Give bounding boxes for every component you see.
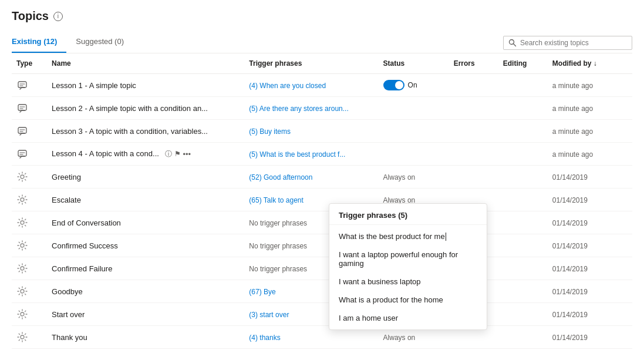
trigger-link[interactable]: (4) thanks xyxy=(249,334,280,342)
table-row: Lesson 3 - A topic with a condition, var… xyxy=(12,120,632,143)
cell-type xyxy=(12,280,47,303)
table-container: Type Name Trigger phrases Status Errors … xyxy=(12,53,632,349)
cell-type xyxy=(12,143,47,166)
topic-name: Confirmed Failure xyxy=(52,264,112,273)
trigger-link[interactable]: (5) Are there any stores aroun... xyxy=(249,105,348,113)
trigger-link[interactable]: (65) Talk to agent xyxy=(249,196,304,204)
tab-suggested[interactable]: Suggested (0) xyxy=(76,32,133,53)
no-trigger-text: No trigger phrases xyxy=(249,242,307,250)
cell-type xyxy=(12,74,47,97)
cell-name: Lesson 4 - A topic with a cond... ⓘ ⚑ ••… xyxy=(47,143,244,166)
status-toggle[interactable] xyxy=(383,80,404,90)
popup-item[interactable]: I am a home user xyxy=(329,309,487,327)
page-title: Topics xyxy=(12,9,49,23)
system-icon xyxy=(16,331,28,343)
modified-value: 01/14/2019 xyxy=(552,265,588,273)
trigger-link[interactable]: (67) Bye xyxy=(249,288,275,296)
search-input[interactable] xyxy=(520,39,627,47)
col-errors: Errors xyxy=(449,53,498,74)
col-name: Name xyxy=(47,53,244,74)
popup-item[interactable]: What is a product for the home xyxy=(329,291,487,309)
trigger-link[interactable]: (52) Good afternoon xyxy=(249,173,312,181)
svg-point-18 xyxy=(21,267,24,270)
cell-editing xyxy=(498,326,548,349)
modified-value: 01/14/2019 xyxy=(552,288,588,296)
cell-type xyxy=(12,166,47,189)
system-icon xyxy=(16,194,28,206)
cell-name: Escalate xyxy=(47,189,244,211)
lesson-icon xyxy=(16,102,28,114)
modified-value: 01/14/2019 xyxy=(552,334,588,342)
cell-errors xyxy=(449,74,498,97)
trigger-link[interactable]: (4) When are you closed xyxy=(249,82,326,90)
cell-editing xyxy=(498,120,548,143)
table-row: Escalate(65) Talk to agentAlways on01/14… xyxy=(12,189,632,211)
page-container: Topics i Existing (12) Suggested (0) Typ… xyxy=(0,0,644,358)
table-row: Confirmed SuccessNo trigger phrasesAlway… xyxy=(12,234,632,257)
cell-modified: 01/14/2019 xyxy=(548,234,632,257)
svg-rect-11 xyxy=(18,150,26,156)
cell-modified: 01/14/2019 xyxy=(548,166,632,189)
cell-errors xyxy=(449,166,498,189)
cell-name: Lesson 3 - A topic with a condition, var… xyxy=(47,120,244,143)
popup-item[interactable]: I want a business laptop xyxy=(329,272,487,291)
more-icon[interactable]: ••• xyxy=(183,150,191,159)
cell-editing xyxy=(498,143,548,166)
system-icon xyxy=(16,263,28,274)
trigger-link[interactable]: (5) What is the best product f... xyxy=(249,150,345,159)
info-icon[interactable]: i xyxy=(53,12,63,21)
no-trigger-text: No trigger phrases xyxy=(249,219,307,227)
table-row: Start over(3) start overAlways on01/14/2… xyxy=(12,303,632,326)
modified-value: 01/14/2019 xyxy=(552,173,588,181)
cell-modified: 01/14/2019 xyxy=(548,303,632,326)
table-row: Goodbye(67) ByeAlways on01/14/2019 xyxy=(12,280,632,303)
cell-type xyxy=(12,303,47,326)
cell-type xyxy=(12,257,47,280)
trigger-link[interactable]: (5) Buy items xyxy=(249,127,291,136)
table-row: Thank you(4) thanksAlways on01/14/2019 xyxy=(12,326,632,349)
topics-table: Type Name Trigger phrases Status Errors … xyxy=(12,53,632,349)
cell-status xyxy=(379,120,449,143)
popup-item[interactable]: What is the best product for me xyxy=(329,227,487,245)
tab-existing[interactable]: Existing (12) xyxy=(12,32,66,53)
search-icon xyxy=(508,39,517,47)
cell-trigger: (52) Good afternoon xyxy=(244,166,378,189)
svg-point-14 xyxy=(21,175,24,179)
cell-type xyxy=(12,326,47,349)
table-row: Confirmed FailureNo trigger phrasesAlway… xyxy=(12,257,632,280)
cell-type xyxy=(12,211,47,234)
lesson-icon xyxy=(16,125,28,137)
cell-trigger: (5) Are there any stores aroun... xyxy=(244,97,378,120)
cell-name: Confirmed Success xyxy=(47,234,244,257)
trigger-link[interactable]: (3) start over xyxy=(249,311,289,319)
system-icon xyxy=(16,285,28,297)
tabs-left: Existing (12) Suggested (0) xyxy=(12,32,143,53)
info-action-icon[interactable]: ⓘ xyxy=(165,149,172,159)
svg-point-20 xyxy=(21,312,24,316)
bookmark-icon[interactable]: ⚑ xyxy=(174,150,181,158)
modified-value: 01/14/2019 xyxy=(552,311,588,319)
status-toggle-container: On xyxy=(383,80,444,90)
popup-card: Trigger phrases (5) What is the best pro… xyxy=(329,203,487,330)
popup-title: Trigger phrases (5) xyxy=(329,204,487,225)
system-icon xyxy=(16,217,28,228)
topic-name: Lesson 4 - A topic with a cond... xyxy=(52,149,159,158)
cell-type xyxy=(12,97,47,120)
popup-item[interactable]: I want a laptop powerful enough for gami… xyxy=(329,245,487,272)
cell-errors xyxy=(449,143,498,166)
lesson-icon xyxy=(16,148,28,160)
topic-name: Lesson 2 - A simple topic with a conditi… xyxy=(52,104,208,113)
search-box[interactable] xyxy=(503,36,632,50)
cell-modified: 01/14/2019 xyxy=(548,189,632,211)
cell-modified: a minute ago xyxy=(548,74,632,97)
no-trigger-text: No trigger phrases xyxy=(249,265,307,273)
svg-line-1 xyxy=(514,43,516,46)
svg-point-16 xyxy=(21,221,24,224)
svg-rect-5 xyxy=(18,105,26,110)
topic-name: Escalate xyxy=(52,196,81,204)
svg-point-21 xyxy=(21,335,24,339)
system-icon xyxy=(16,240,28,251)
modified-value: 01/14/2019 xyxy=(552,219,588,227)
modified-value: a minute ago xyxy=(552,127,593,136)
table-row: End of ConversationNo trigger phrasesAlw… xyxy=(12,211,632,234)
